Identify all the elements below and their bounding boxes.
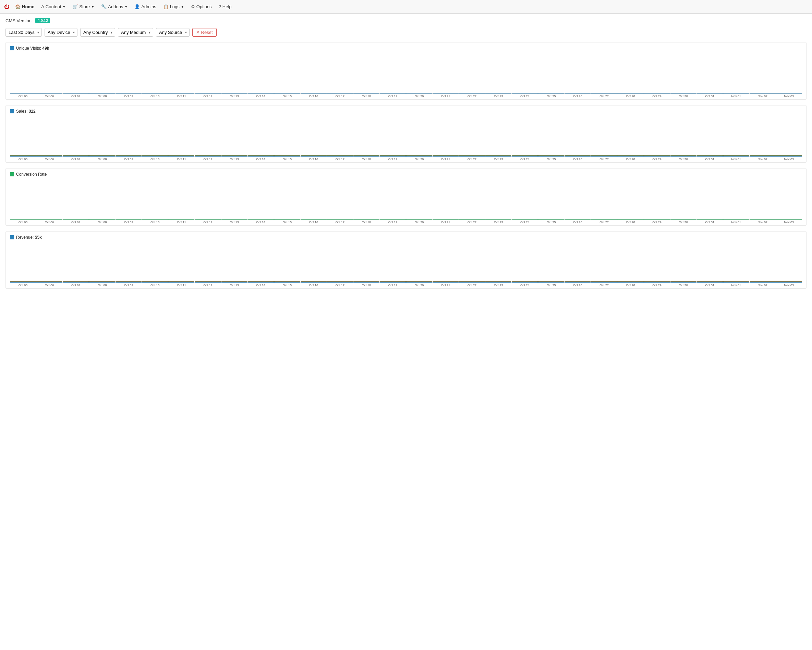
nav-content[interactable]: A Content ▼ <box>38 3 68 11</box>
x-label: Oct 10 <box>142 283 168 287</box>
x-label: Oct 12 <box>195 221 221 224</box>
bar-segment <box>459 282 485 283</box>
cms-version-label: CMS Version: <box>6 18 32 23</box>
bar-segment <box>89 282 115 283</box>
bar-group <box>723 219 749 219</box>
bar-group <box>327 281 353 283</box>
nav-admins[interactable]: 👤 Admins <box>131 3 159 11</box>
bar-stack <box>406 155 432 157</box>
bar-segment <box>10 156 36 157</box>
sales-label: Sales: 312 <box>16 109 36 114</box>
x-label: Oct 13 <box>221 221 247 224</box>
bar-group <box>776 155 802 157</box>
nav-options[interactable]: ⚙ Options <box>188 3 215 11</box>
nav-store[interactable]: 🛒 Store ▼ <box>70 3 97 11</box>
bar-group <box>274 219 300 219</box>
x-label: Oct 24 <box>512 158 538 161</box>
x-label: Oct 06 <box>36 221 63 224</box>
unique-visits-chart: Unique Visits: 49k Oct 05Oct 06Oct 07Oct… <box>6 42 806 100</box>
bar-segment <box>697 156 723 157</box>
x-label: Nov 02 <box>749 283 776 287</box>
bar-stack <box>195 155 221 157</box>
bar-stack <box>274 281 300 283</box>
bar <box>617 93 643 93</box>
admins-icon: 👤 <box>134 4 140 9</box>
x-label: Oct 11 <box>168 94 194 98</box>
bar <box>723 93 749 93</box>
bar-group <box>776 93 802 93</box>
country-filter[interactable]: Any Country <box>80 28 115 37</box>
nav-addons[interactable]: 🔧 Addons ▼ <box>98 3 130 11</box>
bar-segment <box>63 282 89 283</box>
source-filter-wrap: Any Source <box>156 28 189 37</box>
bar-stack <box>327 155 353 157</box>
bar-segment <box>380 282 406 283</box>
nav-home[interactable]: 🏠 Home <box>12 3 37 11</box>
bar-segment <box>459 156 485 157</box>
bar-group <box>63 219 89 219</box>
bar-stack <box>485 281 511 283</box>
bar <box>142 93 168 93</box>
bar-group <box>89 219 115 219</box>
x-label: Oct 22 <box>459 283 485 287</box>
bar-group <box>274 281 300 283</box>
bar-group <box>10 281 36 283</box>
bar <box>274 219 300 219</box>
bar-group <box>195 93 221 93</box>
bar <box>195 93 221 93</box>
x-label: Oct 17 <box>327 158 353 161</box>
bar <box>274 93 300 93</box>
x-label: Oct 25 <box>538 94 564 98</box>
bar-group <box>221 155 247 157</box>
bar-group <box>10 155 36 157</box>
x-label: Oct 26 <box>565 221 591 224</box>
x-label: Oct 19 <box>380 283 406 287</box>
bar-stack <box>591 155 617 157</box>
nav-logs[interactable]: 📋 Logs ▼ <box>160 3 187 11</box>
bar-group <box>433 93 459 93</box>
bar-segment <box>565 156 591 157</box>
bar-group <box>617 155 643 157</box>
bar-group <box>406 281 432 283</box>
x-label: Oct 21 <box>433 94 459 98</box>
x-label: Oct 16 <box>301 283 327 287</box>
bar-group <box>195 155 221 157</box>
bar <box>116 93 142 93</box>
store-icon: 🛒 <box>72 4 78 9</box>
bar-segment <box>248 156 274 157</box>
medium-filter[interactable]: Any Medium <box>118 28 153 37</box>
bar-group <box>116 93 142 93</box>
x-label: Oct 07 <box>63 221 89 224</box>
cms-version-badge: 4.0.12 <box>35 18 50 23</box>
source-filter[interactable]: Any Source <box>156 28 189 37</box>
device-filter[interactable]: Any Device <box>44 28 78 37</box>
time-filter[interactable]: Last 30 Days <box>6 28 42 37</box>
bar-segment <box>221 282 247 283</box>
x-label: Oct 09 <box>116 94 142 98</box>
bar-group <box>723 281 749 283</box>
bar-group <box>353 281 379 283</box>
bar-group <box>89 281 115 283</box>
bar-group <box>168 219 194 219</box>
power-icon[interactable]: ⏻ <box>4 4 9 10</box>
bar-segment <box>723 156 749 157</box>
reset-button[interactable]: ✕ Reset <box>192 28 217 37</box>
x-label: Oct 29 <box>644 94 670 98</box>
x-label: Oct 13 <box>221 283 247 287</box>
bar-segment <box>168 156 194 157</box>
x-label: Oct 27 <box>591 283 617 287</box>
conversion-bars <box>10 179 802 220</box>
x-label: Oct 25 <box>538 221 564 224</box>
bar-segment <box>327 282 353 283</box>
x-label: Oct 30 <box>670 221 696 224</box>
bar-stack <box>749 281 776 283</box>
bar-group <box>380 93 406 93</box>
bar <box>89 93 115 93</box>
x-label: Oct 12 <box>195 283 221 287</box>
x-label: Oct 23 <box>485 221 511 224</box>
bar-group <box>10 219 36 219</box>
nav-help[interactable]: ? Help <box>216 3 235 11</box>
bar-segment <box>512 156 538 157</box>
x-label: Oct 18 <box>353 283 379 287</box>
bar-segment <box>591 282 617 283</box>
